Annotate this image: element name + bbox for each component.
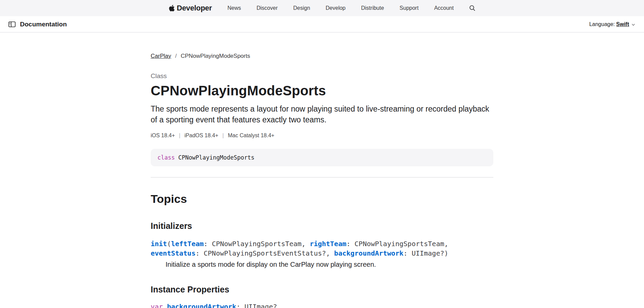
availability-item: Mac Catalyst 18.4+ [228,133,274,139]
nav-item-news[interactable]: News [228,5,241,11]
class-declaration-block: class CPNowPlayingModeSports [151,149,493,166]
global-nav-items: NewsDiscoverDesignDevelopDistributeSuppo… [228,5,454,11]
code-link-backgroundartwork[interactable]: backgroundArtwork [167,303,236,308]
code-token: var [151,303,167,308]
initializers-heading: Initializers [151,221,493,231]
code-token: CPNowPlayingModeSports [175,154,254,161]
doc-content: CarPlay / CPNowPlayingModeSports Class C… [151,32,493,308]
code-token: : UIImage? [236,303,277,308]
code-token: : CPNowPlayingSportsTeam, [204,240,310,248]
code-link-init[interactable]: init [151,240,167,248]
code-token: : UIImage?) [404,249,448,257]
nav-item-design[interactable]: Design [293,5,310,11]
code-token: class [157,154,175,161]
nav-item-support[interactable]: Support [400,5,418,11]
code-link-leftteam[interactable]: leftTeam [171,240,203,248]
topics-heading: Topics [151,192,493,206]
apple-developer-logo[interactable]: Developer [169,4,212,13]
availability-separator: | [179,133,180,139]
page-title: CPNowPlayingModeSports [151,83,493,98]
init-abstract: Initialize a sports mode for display on … [151,261,493,268]
init-declaration: init(leftTeam: CPNowPlayingSportsTeam, r… [151,239,493,258]
nav-item-distribute[interactable]: Distribute [361,5,384,11]
section-divider [151,177,493,177]
breadcrumb-carplay-link[interactable]: CarPlay [151,53,171,59]
symbol-kind-eyebrow: Class [151,72,493,80]
availability-item: iPadOS 18.4+ [185,133,218,139]
page-abstract: The sports mode represents a layout for … [151,104,493,125]
sidebar-toggle-icon [8,21,16,27]
search-button[interactable] [469,5,475,11]
code-link-eventstatus[interactable]: eventStatus [151,249,195,257]
breadcrumb: CarPlay / CPNowPlayingModeSports [151,53,493,60]
availability-separator: | [222,133,224,139]
language-label: Language: [589,21,615,27]
code-link-backgroundartwork[interactable]: backgroundArtwork [334,249,404,257]
breadcrumb-current: CPNowPlayingModeSports [181,53,250,59]
search-icon [469,5,475,11]
platform-availability: iOS 18.4+|iPadOS 18.4+|Mac Catalyst 18.4… [151,133,493,139]
apple-icon [169,4,175,12]
nav-item-account[interactable]: Account [434,5,454,11]
class-declaration-code: class CPNowPlayingModeSports [157,154,255,161]
background-artwork-declaration: var backgroundArtwork: UIImage? [151,302,493,308]
topics-section-instance-properties: Instance Properties var backgroundArtwor… [151,285,493,308]
language-swift-link[interactable]: Swift [616,21,629,27]
documentation-bar: Documentation Language: Swift [0,16,644,32]
developer-logo-text: Developer [177,4,212,13]
nav-item-develop[interactable]: Develop [326,5,346,11]
code-token: ( [167,240,171,248]
global-nav: Developer NewsDiscoverDesignDevelopDistr… [0,0,644,16]
code-token: : CPNowPlayingSportsTeam, [346,240,448,248]
code-token: : CPNowPlayingSportsEventStatus?, [195,249,334,257]
code-link-rightteam[interactable]: rightTeam [310,240,346,248]
breadcrumb-separator: / [175,53,177,59]
sidebar-toggle-button[interactable] [8,21,16,27]
topics-section-initializers: Initializers init(leftTeam: CPNowPlaying… [151,221,493,268]
nav-item-discover[interactable]: Discover [257,5,278,11]
documentation-link[interactable]: Documentation [20,21,67,28]
instance-properties-heading: Instance Properties [151,285,493,294]
chevron-down-icon[interactable] [630,21,635,27]
availability-item: iOS 18.4+ [151,133,175,139]
